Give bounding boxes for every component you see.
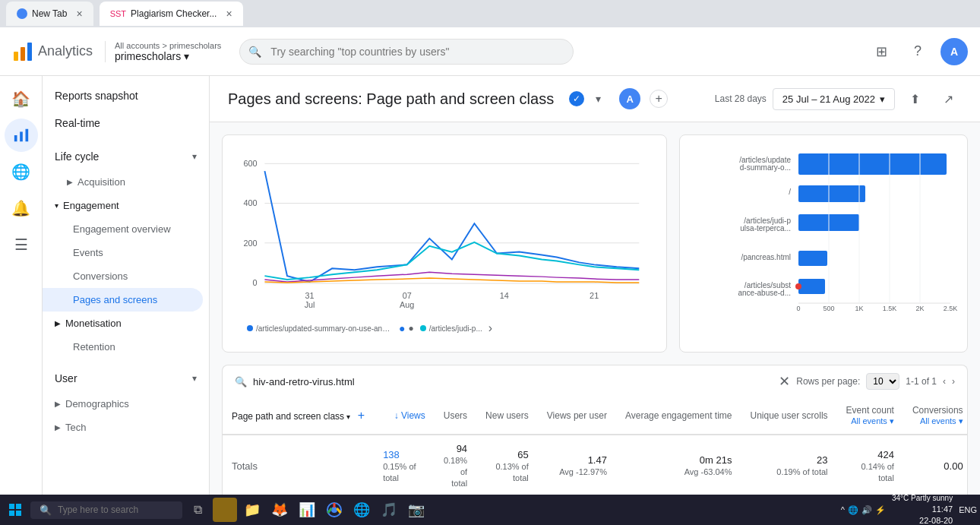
grid-icon[interactable]: ⊞ <box>868 38 895 65</box>
nav-events[interactable]: Events <box>43 241 209 264</box>
totals-conversions: 0.00 <box>903 435 967 497</box>
nav-lifecycle-section[interactable]: Life cycle ▾ <box>43 143 209 170</box>
totals-label: Totals <box>223 435 374 497</box>
sidebar-icon-globe[interactable]: 🌐 <box>5 155 38 188</box>
filter-input[interactable] <box>253 376 773 387</box>
totals-row: Totals 138 0.15% of total 94 0.18% of to… <box>223 435 967 497</box>
prev-page-icon[interactable]: ‹ <box>943 376 946 387</box>
taskbar-icon-7[interactable]: 🎵 <box>377 498 401 522</box>
col-unique-scrolls[interactable]: Unique user scrolls <box>741 397 837 435</box>
tab-close-2-icon[interactable]: × <box>226 8 232 20</box>
lifecycle-collapse-icon: ▾ <box>192 151 197 162</box>
legend-item-1: /articles/updated-summary-on-use-and-saf… <box>247 324 393 333</box>
svg-text:d-summary-o...: d-summary-o... <box>740 163 791 172</box>
demographics-expand-icon: ▶ <box>55 400 61 408</box>
share-icon[interactable]: ↗ <box>934 85 962 112</box>
taskbar-task-view[interactable]: ⧉ <box>185 498 210 522</box>
taskbar-edge[interactable]: 🌐 <box>349 498 374 522</box>
taskbar-chrome[interactable] <box>322 498 346 522</box>
table-header-bar: Rows per page: 10 25 50 1-1 of 1 ‹ › <box>796 373 955 390</box>
global-search <box>239 39 574 65</box>
sidebar-icon-strip: 🏠 🌐 🔔 ☰ ⚙ <box>0 76 43 525</box>
ga-logo: Analytics <box>12 41 93 62</box>
add-col-icon[interactable]: + <box>358 409 365 422</box>
account-name[interactable]: primescholars ▾ <box>115 50 221 62</box>
nav-user-section[interactable]: User ▾ <box>43 365 209 392</box>
analytics-icon <box>13 127 30 144</box>
taskbar-speaker-icon[interactable]: 🔊 <box>861 505 872 515</box>
svg-rect-2 <box>27 43 32 61</box>
taskbar-system-icons: ^ 🌐 🔊 ⚡ <box>841 505 886 515</box>
svg-rect-1 <box>21 47 25 61</box>
col-avg-engagement[interactable]: Average engagement time <box>616 397 741 435</box>
col-page-path[interactable]: Page path and screen class ▾ + <box>223 397 374 435</box>
nav-real-time[interactable]: Real-time <box>43 109 209 137</box>
user-collapse-icon: ▾ <box>192 373 197 384</box>
svg-rect-46 <box>9 504 14 509</box>
col-views-per-user[interactable]: Views per user <box>538 397 616 435</box>
taskbar-profile-pic <box>213 498 237 522</box>
svg-text:500: 500 <box>823 305 834 312</box>
svg-text:0: 0 <box>796 305 800 312</box>
line-chart-container: 600 400 200 0 31 Jul 07 Aug 14 21 <box>222 134 667 353</box>
rows-per-page-select[interactable]: 10 25 50 <box>866 373 899 390</box>
sidebar-icon-bell[interactable]: 🔔 <box>5 191 38 225</box>
nav-pages-and-screens[interactable]: Pages and screens <box>43 288 203 312</box>
nav-engagement[interactable]: ▾ Engagement <box>43 194 209 217</box>
col-views[interactable]: ↓ Views <box>374 397 435 435</box>
svg-text:ulsa-terperca...: ulsa-terperca... <box>740 224 791 232</box>
browser-chrome: New Tab × SST Plagiarism Checker... × <box>0 0 980 27</box>
taskbar-icon-8[interactable]: 📷 <box>404 498 428 522</box>
filter-clear-icon[interactable]: ✕ <box>779 373 790 390</box>
export-icon[interactable]: ⬆ <box>901 85 928 112</box>
nav-retention[interactable]: Retention <box>43 335 209 359</box>
clock-date: 22-08-20 <box>919 515 953 525</box>
nav-conversions[interactable]: Conversions <box>43 264 209 288</box>
help-icon[interactable]: ? <box>904 38 931 65</box>
tab-close-icon[interactable]: × <box>76 8 82 20</box>
nav-acquisition[interactable]: ▶ Acquisition <box>43 170 209 194</box>
start-button[interactable] <box>3 498 27 522</box>
taskbar-network-icon[interactable]: 🌐 <box>848 505 858 515</box>
add-comparison-button[interactable]: + <box>650 90 668 108</box>
col-users[interactable]: Users <box>435 397 476 435</box>
rows-per-page-label: Rows per page: <box>796 376 860 387</box>
taskbar-search-input[interactable] <box>58 504 173 515</box>
next-page-icon[interactable]: › <box>952 376 955 387</box>
sidebar-icon-home[interactable]: 🏠 <box>5 82 38 115</box>
col-event-count[interactable]: Event count All events ▾ <box>837 397 903 435</box>
totals-avg-engagement: 0m 21s Avg -63.04% <box>616 435 741 497</box>
sidebar-icon-menu[interactable]: ☰ <box>5 228 38 261</box>
nav-reports-snapshot[interactable]: Reports snapshot <box>43 82 209 109</box>
nav-tech[interactable]: ▶ Tech <box>43 416 209 439</box>
taskbar-firefox[interactable]: 🦊 <box>267 498 292 522</box>
svg-text:14: 14 <box>500 291 509 300</box>
legend-more-icon[interactable]: › <box>488 321 492 335</box>
taskbar-search-icon: 🔍 <box>40 504 52 516</box>
browser-tab-2[interactable]: SST Plagiarism Checker... × <box>100 2 243 26</box>
col-conversions[interactable]: Conversions All events ▾ <box>903 397 967 435</box>
dropdown-icon[interactable]: ▾ <box>589 90 607 108</box>
nav-demographics[interactable]: ▶ Demographics <box>43 392 209 416</box>
search-input[interactable] <box>239 39 574 65</box>
col-new-users[interactable]: New users <box>476 397 538 435</box>
svg-text:1.5K: 1.5K <box>883 305 897 312</box>
taskbar-excel[interactable]: 📊 <box>295 498 319 522</box>
taskbar-right: ^ 🌐 🔊 ⚡ 34°C Partly sunny 11:47 22-08-20… <box>841 493 977 525</box>
totals-users: 94 0.18% of total <box>435 435 476 497</box>
svg-rect-3 <box>14 135 17 141</box>
browser-tab-1[interactable]: New Tab × <box>6 2 93 26</box>
svg-rect-5 <box>25 129 28 142</box>
sidebar-icon-analytics[interactable] <box>5 119 38 152</box>
nav-engagement-overview[interactable]: Engagement overview <box>43 217 209 241</box>
nav-monetisation[interactable]: ▶ Monetisation <box>43 312 209 335</box>
user-avatar[interactable]: A <box>940 38 968 65</box>
bar-chart-container: /articles/update d-summary-o... / /artic… <box>679 134 968 353</box>
header-right: Last 28 days 25 Jul – 21 Aug 2022 ▾ ⬆ ↗ <box>715 85 962 112</box>
date-range-button[interactable]: 25 Jul – 21 Aug 2022 ▾ <box>773 88 895 110</box>
taskbar-up-arrow[interactable]: ^ <box>841 505 845 514</box>
svg-rect-32 <box>798 251 827 266</box>
date-label: Last 28 days <box>715 93 767 104</box>
taskbar-explorer[interactable]: 📁 <box>240 498 264 522</box>
taskbar: 🔍 ⧉ 📁 🦊 📊 🌐 🎵 📷 ^ 🌐 🔊 ⚡ 34°C Partly sunn… <box>0 495 980 525</box>
